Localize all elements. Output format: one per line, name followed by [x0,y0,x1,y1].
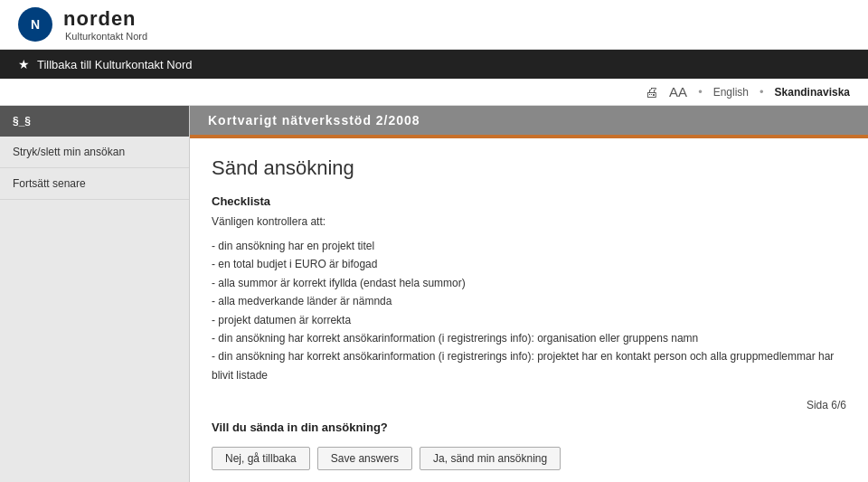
checklist-item-4: - alla medverkande länder är nämnda [212,292,846,310]
nav-bar: ★ Tillbaka till Kulturkontakt Nord [0,50,868,79]
checklist-item-1: - din ansökning har en projekt titel [212,237,846,255]
submit-button[interactable]: Ja, sänd min ansökning [420,447,561,470]
sidebar: §_§ Stryk/slett min ansökan Fortsätt sen… [0,106,190,482]
print-icon[interactable]: 🖨 [645,84,658,99]
sidebar-section-label: §_§ [13,115,31,128]
back-link[interactable]: Tillbaka till Kulturkontakt Nord [37,58,192,71]
logo-subtitle: Kulturkontakt Nord [65,31,147,42]
checklist-item-6: - din ansökning har korrekt ansökarinfor… [212,329,846,347]
save-button[interactable]: Save answers [317,447,412,470]
content-area: Kortvarigt nätverksstöd 2/2008 Sänd ansö… [190,106,868,482]
lang-dot-2: • [760,85,764,99]
submit-question: Vill du sända in din ansökning? [212,421,846,434]
font-size-icon[interactable]: AA [669,84,687,99]
action-buttons: Nej, gå tillbaka Save answers Ja, sänd m… [212,447,846,470]
sidebar-item-fortsatt[interactable]: Fortsätt senare [0,168,189,200]
checklist-title: Checklista [212,194,846,208]
lang-dot-1: • [698,85,703,99]
content-header: Kortvarigt nätverksstöd 2/2008 [190,106,868,135]
checklist-item-5: - projekt datumen är korrekta [212,311,846,329]
checklist-intro: Vänligen kontrollera att: [212,215,846,228]
logo-name: norden [63,7,147,31]
back-button[interactable]: Nej, gå tillbaka [212,447,310,470]
content-header-title: Kortvarigt nätverksstöd 2/2008 [208,113,420,128]
checklist-item-7: - din ansökning har korrekt ansökarinfor… [212,347,846,384]
page-indicator: Sida 6/6 [212,399,846,411]
lang-english[interactable]: English [713,86,749,99]
logo-circle: N [18,7,52,42]
page-title: Sänd ansökning [212,156,846,180]
checklist-item-2: - en total budjet i EURO är bifogad [212,255,846,273]
lang-scandinavian[interactable]: Skandinaviska [775,86,850,99]
top-bar: N norden Kulturkontakt Nord [0,0,868,50]
checklist-items: - din ansökning har en projekt titel - e… [212,237,846,384]
content-body: Sänd ansökning Checklista Vänligen kontr… [190,138,868,482]
logo-initial: N [31,17,40,32]
main-layout: §_§ Stryk/slett min ansökan Fortsätt sen… [0,106,868,482]
sidebar-item-stryk[interactable]: Stryk/slett min ansökan [0,137,189,168]
sidebar-header: §_§ [0,106,189,137]
toolbar: 🖨 AA • English • Skandinaviska [0,79,868,106]
nav-star-icon: ★ [18,57,30,71]
checklist-item-3: - alla summor är korrekt ifyllda (endast… [212,274,846,292]
